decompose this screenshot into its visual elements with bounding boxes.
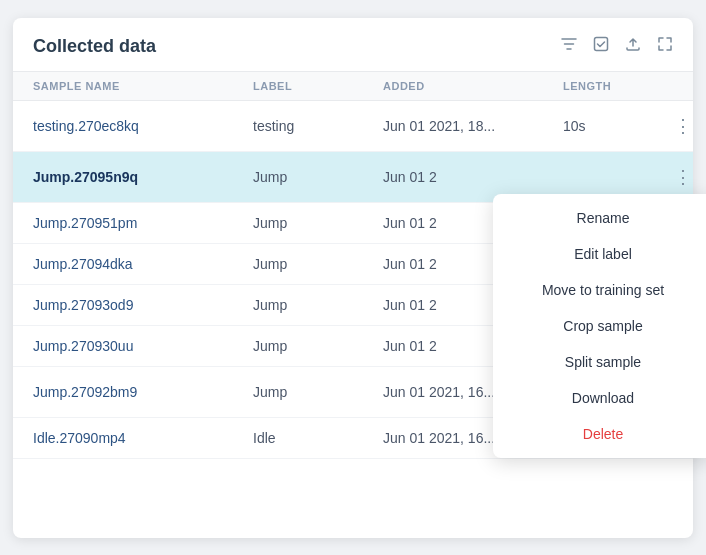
cell-length: 10s <box>563 118 663 134</box>
cell-sample-name: Idle.27090mp4 <box>33 430 253 446</box>
cell-sample-name: Jump.27094dka <box>33 256 253 272</box>
cell-label: testing <box>253 118 383 134</box>
panel-title: Collected data <box>33 36 156 57</box>
cell-sample-name: Jump.27092bm9 <box>33 384 253 400</box>
cell-label: Jump <box>253 169 383 185</box>
cell-label: Jump <box>253 297 383 313</box>
menu-item-split-sample[interactable]: Split sample <box>493 344 706 380</box>
svg-rect-0 <box>595 38 608 51</box>
menu-item-move-training[interactable]: Move to training set <box>493 272 706 308</box>
menu-item-download[interactable]: Download <box>493 380 706 416</box>
context-menu: Rename Edit label Move to training set C… <box>493 194 706 458</box>
cell-label: Jump <box>253 256 383 272</box>
menu-item-rename[interactable]: Rename <box>493 200 706 236</box>
menu-item-edit-label[interactable]: Edit label <box>493 236 706 272</box>
cell-label: Jump <box>253 384 383 400</box>
col-added: ADDED <box>383 80 563 92</box>
cell-sample-name: testing.270ec8kq <box>33 118 253 134</box>
cell-added: Jun 01 2021, 18... <box>383 118 563 134</box>
menu-item-delete[interactable]: Delete <box>493 416 706 452</box>
upload-icon[interactable] <box>625 36 641 56</box>
table-row[interactable]: Jump.27095n9q Jump Jun 01 2 ⋮ Rename Edi… <box>13 152 693 203</box>
table-header: SAMPLE NAME LABEL ADDED LENGTH <box>13 72 693 101</box>
cell-sample-name: Jump.270951pm <box>33 215 253 231</box>
cell-sample-name: Jump.27093od9 <box>33 297 253 313</box>
col-length: LENGTH <box>563 80 663 92</box>
panel-header: Collected data <box>13 18 693 72</box>
cell-label: Jump <box>253 338 383 354</box>
filter-icon[interactable] <box>561 36 577 56</box>
header-icons <box>561 36 673 56</box>
cell-label: Idle <box>253 430 383 446</box>
expand-icon[interactable] <box>657 36 673 56</box>
cell-label: Jump <box>253 215 383 231</box>
table-row[interactable]: testing.270ec8kq testing Jun 01 2021, 18… <box>13 101 693 152</box>
col-label: LABEL <box>253 80 383 92</box>
select-icon[interactable] <box>593 36 609 56</box>
cell-added: Jun 01 2 <box>383 169 563 185</box>
col-sample-name: SAMPLE NAME <box>33 80 253 92</box>
row-actions-button[interactable]: ⋮ Rename Edit label Move to training set… <box>663 164 703 190</box>
collected-data-panel: Collected data <box>13 18 693 538</box>
row-actions-button[interactable]: ⋮ <box>663 113 703 139</box>
cell-sample-name: Jump.270930uu <box>33 338 253 354</box>
col-actions <box>663 80 703 92</box>
cell-sample-name: Jump.27095n9q <box>33 169 253 185</box>
menu-item-crop-sample[interactable]: Crop sample <box>493 308 706 344</box>
